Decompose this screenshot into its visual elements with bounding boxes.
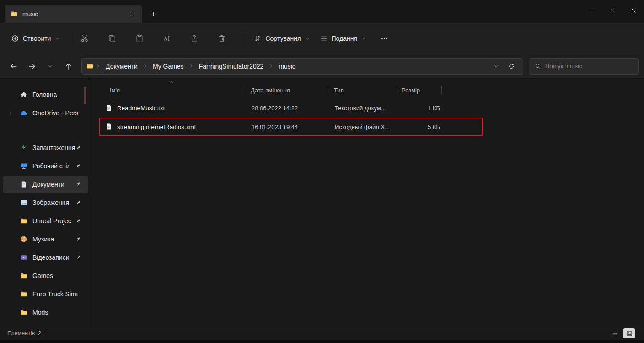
sidebar-item-icon	[20, 181, 27, 188]
file-row[interactable]: streamingInternetRadios.xml 16.01.2023 1…	[99, 118, 483, 136]
folder-icon	[11, 11, 18, 17]
breadcrumb-item[interactable]: My Games	[150, 61, 187, 72]
thumbnail-view-button[interactable]	[623, 328, 635, 338]
sidebar-item-unreal-projects[interactable]: Unreal Projec	[3, 212, 88, 230]
sidebar-item-label: Головна	[32, 91, 57, 98]
chevron-right-icon	[143, 64, 148, 69]
explorer-tab[interactable]: music	[5, 5, 142, 23]
sort-button[interactable]: Сортування	[249, 31, 315, 46]
file-name-cell: ReadmeMusic.txt	[100, 104, 246, 112]
new-tab-button[interactable]	[145, 6, 161, 21]
plus-icon	[150, 11, 156, 17]
share-button[interactable]	[184, 29, 204, 48]
sidebar-item-music[interactable]: Музика	[3, 230, 88, 248]
arrow-right-icon	[28, 63, 36, 70]
sidebar-item-pictures[interactable]: Зображення	[3, 194, 88, 211]
address-bar[interactable]: Документи My Games FarmingSimulator2022 …	[81, 58, 523, 75]
pin-icon	[75, 218, 81, 224]
sidebar-item-downloads[interactable]: Завантаження	[3, 139, 88, 156]
column-header[interactable]: Ім'я	[99, 83, 245, 97]
sidebar-item-label: OneDrive - Perso	[32, 109, 78, 117]
sidebar-item-label: Відеозаписи	[32, 254, 69, 261]
chevron-down-icon	[494, 64, 499, 69]
close-button[interactable]	[623, 0, 644, 21]
sidebar-item-home[interactable]: Головна	[3, 86, 88, 103]
paste-button[interactable]	[129, 29, 150, 48]
copy-button[interactable]	[102, 29, 122, 48]
plus-circle-icon	[11, 35, 19, 42]
toolbar-button-icon	[163, 34, 171, 43]
up-button[interactable]	[60, 58, 77, 75]
pin-icon	[75, 236, 81, 242]
column-header[interactable]: Тип	[328, 83, 396, 97]
sidebar-item-icon	[20, 109, 27, 117]
sidebar-item-label: Mods	[32, 309, 48, 316]
sidebar-item-icon	[20, 254, 27, 261]
toolbar-button-icon	[190, 34, 199, 43]
file-row[interactable]: ReadmeMusic.txt 28.06.2022 14:22 Текстов…	[99, 99, 483, 117]
forward-button[interactable]	[24, 58, 40, 75]
sidebar-item-icon	[20, 309, 27, 316]
minimize-icon	[589, 8, 595, 14]
sidebar-item-onedrive[interactable]: OneDrive - Perso	[3, 104, 88, 122]
toolbar-button-icon	[135, 34, 144, 43]
cut-button[interactable]	[75, 29, 95, 48]
sidebar-item-label: Зображення	[32, 199, 69, 206]
arrow-left-icon	[10, 63, 17, 70]
chevron-down-icon	[55, 36, 60, 41]
sidebar-item-icon	[20, 91, 27, 98]
file-type: Текстовий докум...	[329, 105, 397, 112]
chevron-right-icon[interactable]	[8, 111, 13, 116]
rename-button[interactable]	[157, 29, 177, 48]
tab-close-button[interactable]	[126, 8, 138, 20]
sidebar-item-icon	[20, 144, 27, 151]
new-button-label: Створити	[23, 35, 51, 42]
close-icon	[631, 8, 637, 14]
file-date: 16.01.2023 19:44	[246, 123, 329, 130]
back-button[interactable]	[5, 58, 22, 75]
file-name: streamingInternetRadios.xml	[117, 123, 196, 130]
breadcrumb-item[interactable]: FarmingSimulator2022	[196, 61, 267, 72]
view-button[interactable]: Подання	[315, 31, 372, 46]
pin-icon	[75, 200, 81, 205]
arrow-up-icon	[65, 63, 72, 70]
search-input[interactable]	[545, 63, 633, 70]
file-date: 28.06.2022 14:22	[246, 105, 329, 112]
sidebar-item-documents[interactable]: Документи	[3, 176, 88, 193]
thumbnail-view-icon	[626, 330, 633, 337]
sidebar-item-videos[interactable]: Відеозаписи	[3, 249, 88, 266]
refresh-button[interactable]	[504, 59, 518, 73]
refresh-icon	[508, 63, 515, 70]
sidebar-item-icon	[20, 272, 27, 279]
see-more-button[interactable]	[374, 29, 394, 48]
column-header[interactable]: Дата змінення	[245, 83, 328, 97]
minimize-button[interactable]	[581, 0, 602, 21]
delete-button[interactable]	[212, 29, 232, 48]
toolbar-button-icon	[218, 34, 226, 43]
breadcrumb-item[interactable]: music	[276, 61, 298, 72]
maximize-button[interactable]	[602, 0, 623, 21]
command-bar: Створити	[0, 23, 644, 54]
details-view-button[interactable]	[609, 328, 621, 338]
chevron-right-icon	[268, 64, 274, 69]
sidebar-item-desktop[interactable]: Робочий стіл	[3, 157, 88, 175]
sidebar-item-games[interactable]: Games	[3, 267, 88, 284]
sidebar-item-euro-truck[interactable]: Euro Truck Simu	[3, 285, 88, 303]
view-button-label: Подання	[332, 35, 358, 42]
file-type: Исходный файл X...	[329, 123, 397, 130]
search-box[interactable]	[529, 58, 639, 75]
file-explorer-window: music Створити	[0, 0, 644, 343]
sidebar-item-icon	[20, 236, 27, 243]
toolbar-divider	[70, 32, 70, 44]
sidebar-item-mods[interactable]: Mods	[3, 304, 88, 321]
address-dropdown-button[interactable]	[489, 59, 503, 73]
column-header[interactable]: Розмір	[396, 83, 442, 97]
recent-locations-button[interactable]	[42, 58, 59, 75]
breadcrumb-item[interactable]: Документи	[103, 61, 140, 72]
file-icon	[105, 104, 113, 112]
file-name-cell: streamingInternetRadios.xml	[100, 123, 246, 130]
search-icon	[535, 63, 541, 70]
sidebar-scrollbar-thumb[interactable]	[84, 87, 86, 104]
new-button[interactable]: Створити	[6, 31, 65, 46]
sidebar-item-label: Euro Truck Simu	[32, 290, 78, 298]
